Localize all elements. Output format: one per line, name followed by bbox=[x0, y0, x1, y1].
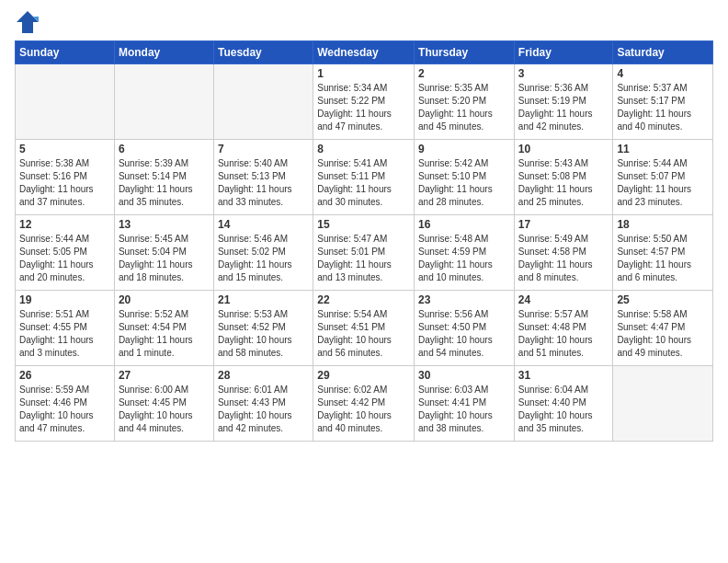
calendar-cell: 28Sunrise: 6:01 AM Sunset: 4:43 PM Dayli… bbox=[213, 366, 313, 442]
logo-icon bbox=[15, 9, 40, 35]
calendar-cell: 4Sunrise: 5:37 AM Sunset: 5:17 PM Daylig… bbox=[613, 64, 713, 140]
header bbox=[15, 9, 713, 35]
calendar-cell: 15Sunrise: 5:47 AM Sunset: 5:01 PM Dayli… bbox=[313, 215, 415, 291]
calendar-cell: 19Sunrise: 5:51 AM Sunset: 4:55 PM Dayli… bbox=[16, 291, 115, 366]
day-info: Sunrise: 6:01 AM Sunset: 4:43 PM Dayligh… bbox=[218, 384, 309, 435]
day-number: 2 bbox=[418, 67, 510, 80]
calendar-week-row: 1Sunrise: 5:34 AM Sunset: 5:22 PM Daylig… bbox=[16, 64, 713, 140]
day-number: 21 bbox=[218, 293, 309, 306]
calendar-table: SundayMondayTuesdayWednesdayThursdayFrid… bbox=[15, 40, 713, 442]
day-number: 20 bbox=[119, 293, 210, 306]
day-info: Sunrise: 6:02 AM Sunset: 4:42 PM Dayligh… bbox=[317, 384, 410, 435]
weekday-header: Monday bbox=[114, 41, 213, 64]
calendar-cell bbox=[114, 64, 213, 140]
day-number: 13 bbox=[119, 218, 210, 231]
day-number: 9 bbox=[418, 143, 510, 155]
day-info: Sunrise: 5:46 AM Sunset: 5:02 PM Dayligh… bbox=[218, 233, 309, 284]
day-number: 1 bbox=[317, 67, 410, 80]
day-info: Sunrise: 5:42 AM Sunset: 5:10 PM Dayligh… bbox=[418, 157, 510, 209]
day-info: Sunrise: 5:51 AM Sunset: 4:55 PM Dayligh… bbox=[19, 308, 110, 360]
day-number: 18 bbox=[617, 218, 709, 231]
day-info: Sunrise: 5:45 AM Sunset: 5:04 PM Dayligh… bbox=[119, 233, 210, 284]
calendar-cell: 18Sunrise: 5:50 AM Sunset: 4:57 PM Dayli… bbox=[613, 215, 713, 291]
day-number: 25 bbox=[617, 293, 709, 306]
day-number: 27 bbox=[119, 369, 210, 382]
weekday-header-row: SundayMondayTuesdayWednesdayThursdayFrid… bbox=[16, 41, 713, 64]
day-number: 4 bbox=[617, 67, 709, 80]
day-number: 29 bbox=[317, 369, 410, 382]
calendar-week-row: 12Sunrise: 5:44 AM Sunset: 5:05 PM Dayli… bbox=[16, 215, 713, 291]
day-info: Sunrise: 5:56 AM Sunset: 4:50 PM Dayligh… bbox=[418, 308, 510, 360]
calendar-cell: 31Sunrise: 6:04 AM Sunset: 4:40 PM Dayli… bbox=[514, 366, 613, 442]
calendar-cell: 3Sunrise: 5:36 AM Sunset: 5:19 PM Daylig… bbox=[514, 64, 613, 140]
day-number: 10 bbox=[518, 143, 609, 155]
day-info: Sunrise: 5:48 AM Sunset: 4:59 PM Dayligh… bbox=[418, 233, 510, 284]
day-info: Sunrise: 5:58 AM Sunset: 4:47 PM Dayligh… bbox=[617, 308, 709, 360]
day-info: Sunrise: 5:37 AM Sunset: 5:17 PM Dayligh… bbox=[617, 82, 709, 133]
day-info: Sunrise: 5:53 AM Sunset: 4:52 PM Dayligh… bbox=[218, 308, 309, 360]
day-number: 12 bbox=[19, 218, 110, 231]
day-info: Sunrise: 5:47 AM Sunset: 5:01 PM Dayligh… bbox=[317, 233, 410, 284]
calendar-cell: 22Sunrise: 5:54 AM Sunset: 4:51 PM Dayli… bbox=[313, 291, 415, 366]
day-info: Sunrise: 5:50 AM Sunset: 4:57 PM Dayligh… bbox=[617, 233, 709, 284]
calendar-cell: 2Sunrise: 5:35 AM Sunset: 5:20 PM Daylig… bbox=[415, 64, 515, 140]
calendar-cell: 9Sunrise: 5:42 AM Sunset: 5:10 PM Daylig… bbox=[415, 140, 515, 215]
weekday-header: Tuesday bbox=[213, 41, 313, 64]
weekday-header: Friday bbox=[514, 41, 613, 64]
weekday-header: Wednesday bbox=[313, 41, 415, 64]
calendar-cell bbox=[213, 64, 313, 140]
day-info: Sunrise: 5:44 AM Sunset: 5:07 PM Dayligh… bbox=[617, 157, 709, 209]
calendar-cell: 5Sunrise: 5:38 AM Sunset: 5:16 PM Daylig… bbox=[16, 140, 115, 215]
day-number: 8 bbox=[317, 143, 410, 155]
day-number: 28 bbox=[218, 369, 309, 382]
calendar-cell: 10Sunrise: 5:43 AM Sunset: 5:08 PM Dayli… bbox=[514, 140, 613, 215]
calendar-cell bbox=[16, 64, 115, 140]
day-info: Sunrise: 5:43 AM Sunset: 5:08 PM Dayligh… bbox=[518, 157, 609, 209]
day-number: 22 bbox=[317, 293, 410, 306]
day-number: 24 bbox=[518, 293, 609, 306]
day-info: Sunrise: 5:38 AM Sunset: 5:16 PM Dayligh… bbox=[19, 157, 110, 209]
day-number: 17 bbox=[518, 218, 609, 231]
day-info: Sunrise: 5:44 AM Sunset: 5:05 PM Dayligh… bbox=[19, 233, 110, 284]
calendar-cell: 29Sunrise: 6:02 AM Sunset: 4:42 PM Dayli… bbox=[313, 366, 415, 442]
day-number: 16 bbox=[418, 218, 510, 231]
calendar-week-row: 5Sunrise: 5:38 AM Sunset: 5:16 PM Daylig… bbox=[16, 140, 713, 215]
day-info: Sunrise: 5:40 AM Sunset: 5:13 PM Dayligh… bbox=[218, 157, 309, 209]
svg-marker-0 bbox=[17, 11, 39, 33]
calendar-cell: 25Sunrise: 5:58 AM Sunset: 4:47 PM Dayli… bbox=[613, 291, 713, 366]
calendar-cell: 27Sunrise: 6:00 AM Sunset: 4:45 PM Dayli… bbox=[114, 366, 213, 442]
calendar-week-row: 19Sunrise: 5:51 AM Sunset: 4:55 PM Dayli… bbox=[16, 291, 713, 366]
day-info: Sunrise: 5:35 AM Sunset: 5:20 PM Dayligh… bbox=[418, 82, 510, 133]
calendar-cell: 20Sunrise: 5:52 AM Sunset: 4:54 PM Dayli… bbox=[114, 291, 213, 366]
calendar-cell: 11Sunrise: 5:44 AM Sunset: 5:07 PM Dayli… bbox=[613, 140, 713, 215]
day-number: 11 bbox=[617, 143, 709, 155]
day-info: Sunrise: 6:03 AM Sunset: 4:41 PM Dayligh… bbox=[418, 384, 510, 435]
day-info: Sunrise: 5:59 AM Sunset: 4:46 PM Dayligh… bbox=[19, 384, 110, 435]
day-number: 23 bbox=[418, 293, 510, 306]
calendar-cell: 1Sunrise: 5:34 AM Sunset: 5:22 PM Daylig… bbox=[313, 64, 415, 140]
calendar-cell: 8Sunrise: 5:41 AM Sunset: 5:11 PM Daylig… bbox=[313, 140, 415, 215]
day-info: Sunrise: 5:49 AM Sunset: 4:58 PM Dayligh… bbox=[518, 233, 609, 284]
day-info: Sunrise: 5:36 AM Sunset: 5:19 PM Dayligh… bbox=[518, 82, 609, 133]
calendar-cell: 14Sunrise: 5:46 AM Sunset: 5:02 PM Dayli… bbox=[213, 215, 313, 291]
day-number: 5 bbox=[19, 143, 110, 155]
calendar-cell: 21Sunrise: 5:53 AM Sunset: 4:52 PM Dayli… bbox=[213, 291, 313, 366]
calendar-container: SundayMondayTuesdayWednesdayThursdayFrid… bbox=[0, 0, 728, 451]
day-number: 3 bbox=[518, 67, 609, 80]
day-info: Sunrise: 5:34 AM Sunset: 5:22 PM Dayligh… bbox=[317, 82, 410, 133]
day-info: Sunrise: 5:57 AM Sunset: 4:48 PM Dayligh… bbox=[518, 308, 609, 360]
day-number: 31 bbox=[518, 369, 609, 382]
calendar-cell: 23Sunrise: 5:56 AM Sunset: 4:50 PM Dayli… bbox=[415, 291, 515, 366]
day-info: Sunrise: 5:52 AM Sunset: 4:54 PM Dayligh… bbox=[119, 308, 210, 360]
calendar-cell: 6Sunrise: 5:39 AM Sunset: 5:14 PM Daylig… bbox=[114, 140, 213, 215]
day-number: 30 bbox=[418, 369, 510, 382]
calendar-cell: 30Sunrise: 6:03 AM Sunset: 4:41 PM Dayli… bbox=[415, 366, 515, 442]
calendar-cell bbox=[613, 366, 713, 442]
day-number: 19 bbox=[19, 293, 110, 306]
day-number: 15 bbox=[317, 218, 410, 231]
day-number: 26 bbox=[19, 369, 110, 382]
day-info: Sunrise: 5:41 AM Sunset: 5:11 PM Dayligh… bbox=[317, 157, 410, 209]
weekday-header: Saturday bbox=[613, 41, 713, 64]
calendar-cell: 12Sunrise: 5:44 AM Sunset: 5:05 PM Dayli… bbox=[16, 215, 115, 291]
logo bbox=[15, 9, 44, 35]
